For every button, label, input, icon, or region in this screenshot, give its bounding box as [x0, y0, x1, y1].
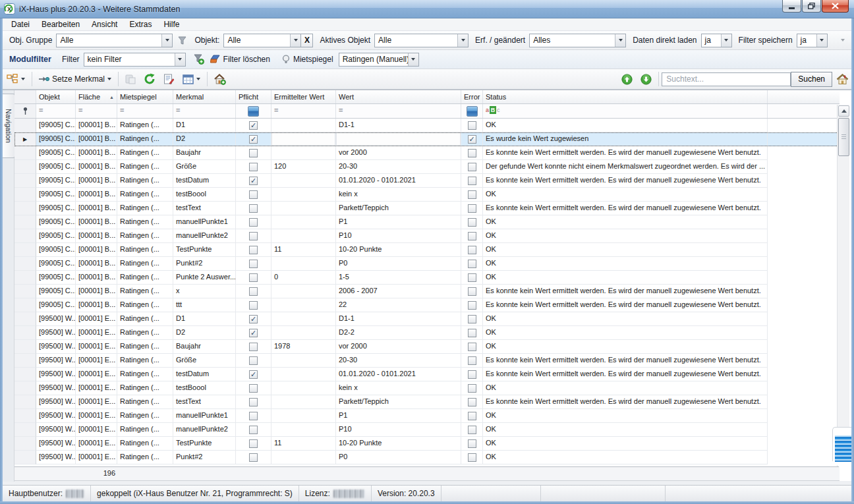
erf-geaendert-combo[interactable]: Alles — [529, 34, 626, 47]
layout-button[interactable] — [179, 72, 204, 86]
checkbox-icon[interactable] — [249, 343, 258, 351]
column-header-wert[interactable]: Wert — [336, 90, 461, 103]
pflicht-checkbox[interactable] — [236, 451, 271, 464]
navigation-tab[interactable]: Navigation — [3, 94, 15, 158]
error-checkbox[interactable] — [461, 243, 483, 257]
navigate-up-button[interactable] — [618, 72, 636, 87]
overflow-chevron-icon[interactable] — [841, 39, 845, 42]
checkbox-icon[interactable] — [249, 398, 258, 406]
filter-error-toggle[interactable] — [461, 104, 483, 118]
error-checkbox[interactable] — [461, 298, 483, 312]
checkbox-icon[interactable] — [249, 301, 258, 310]
checkbox-icon[interactable] — [249, 218, 258, 227]
checkbox-icon[interactable] — [249, 453, 258, 462]
error-checkbox[interactable] — [461, 257, 483, 271]
error-checkbox[interactable] — [461, 146, 483, 160]
checkbox-icon[interactable] — [249, 370, 258, 379]
checkbox-icon[interactable] — [249, 287, 258, 296]
checkbox-icon[interactable] — [468, 149, 476, 157]
filter-ermittelter-wert[interactable]: = — [271, 104, 336, 118]
pflicht-checkbox[interactable] — [236, 146, 271, 160]
pflicht-checkbox[interactable] — [236, 215, 271, 229]
pflicht-checkbox[interactable] — [236, 257, 271, 271]
menu-hilfe[interactable]: Hilfe — [157, 18, 185, 30]
error-checkbox[interactable] — [461, 215, 483, 229]
error-checkbox[interactable] — [461, 188, 483, 202]
error-checkbox[interactable] — [461, 229, 483, 243]
restore-button[interactable] — [802, 0, 821, 13]
eraser-icon[interactable] — [210, 55, 221, 64]
error-checkbox[interactable] — [461, 354, 483, 368]
column-header-status[interactable]: Status — [483, 90, 768, 103]
checkbox-icon[interactable] — [249, 384, 258, 393]
checkbox-icon[interactable] — [468, 384, 476, 393]
checkbox-icon[interactable] — [468, 426, 476, 434]
close-button[interactable] — [822, 0, 849, 13]
table-row[interactable]: [99005] C...[00001] B...Ratingen (...Pun… — [14, 271, 840, 285]
error-checkbox[interactable] — [461, 423, 483, 437]
checkbox-icon[interactable] — [249, 246, 258, 254]
checkbox-icon[interactable] — [249, 412, 258, 420]
table-row[interactable]: ▶[99005] C...[00001] B...Ratingen (...D2… — [14, 132, 840, 146]
pflicht-checkbox[interactable] — [236, 174, 271, 188]
navigate-down-button[interactable] — [637, 72, 655, 87]
checkbox-icon[interactable] — [249, 356, 258, 365]
pflicht-checkbox[interactable] — [236, 243, 271, 257]
minimize-button[interactable] — [782, 0, 801, 13]
table-row[interactable]: [99500] W...[00001] E...Ratingen (...tes… — [14, 395, 840, 409]
pflicht-checkbox[interactable] — [236, 437, 271, 451]
error-checkbox[interactable] — [461, 437, 483, 451]
checkbox-icon[interactable] — [468, 246, 476, 254]
checkbox-icon[interactable] — [468, 343, 476, 351]
checkbox-icon[interactable] — [249, 163, 258, 171]
table-row[interactable]: [99005] C...[00001] B...Ratingen (...Grö… — [14, 160, 840, 174]
search-input[interactable] — [662, 72, 791, 86]
pflicht-checkbox[interactable] — [236, 160, 271, 174]
table-row[interactable]: [99005] C...[00001] B...Ratingen (...Bau… — [14, 146, 840, 160]
checkbox-icon[interactable] — [468, 370, 476, 379]
pflicht-checkbox[interactable] — [236, 202, 271, 215]
obj-gruppe-combo[interactable]: Alle — [56, 34, 173, 47]
checkbox-icon[interactable] — [468, 218, 476, 227]
checkbox-icon[interactable] — [468, 232, 476, 240]
pflicht-checkbox[interactable] — [236, 119, 271, 132]
table-row[interactable]: [99005] C...[00001] B...Ratingen (...man… — [14, 215, 840, 229]
error-checkbox[interactable] — [461, 312, 483, 326]
column-header-pflicht[interactable]: Pflicht — [236, 90, 271, 103]
column-header-merkmal[interactable]: Merkmal — [173, 90, 236, 103]
column-header-ermittelter-wert[interactable]: Ermittelter Wert — [271, 90, 336, 103]
pflicht-checkbox[interactable] — [236, 381, 271, 395]
protocol-button[interactable] — [160, 72, 178, 87]
filter-mietspiegel[interactable]: = — [117, 104, 173, 118]
checkbox-icon[interactable] — [468, 315, 476, 323]
checkbox-icon[interactable] — [249, 315, 258, 323]
setze-merkmal-button[interactable]: Setze Merkmal — [36, 72, 115, 86]
scroll-up-button[interactable] — [838, 105, 849, 117]
filter-combo[interactable]: kein Filter — [84, 53, 186, 67]
table-row[interactable]: [99500] W...[00001] E...Ratingen (...Grö… — [14, 354, 840, 368]
error-checkbox[interactable] — [461, 326, 483, 340]
menu-extras[interactable]: Extras — [123, 18, 157, 30]
column-header-error[interactable]: Error — [461, 90, 483, 103]
pflicht-checkbox[interactable] — [236, 312, 271, 326]
error-checkbox[interactable] — [461, 271, 483, 285]
error-checkbox[interactable] — [461, 285, 483, 298]
filter-status[interactable]: aBc — [483, 104, 768, 118]
error-checkbox[interactable] — [461, 202, 483, 215]
table-row[interactable]: [99500] W...[00001] E...Ratingen (...D2D… — [14, 326, 840, 340]
checkbox-icon[interactable] — [249, 232, 258, 240]
table-row[interactable]: [99500] W...[00001] E...Ratingen (...D1D… — [14, 312, 840, 326]
mietspiegel-combo[interactable]: Ratingen (Manuell) — [339, 53, 419, 67]
table-row[interactable]: [99005] C...[00001] B...Ratingen (...x20… — [14, 285, 840, 298]
objekt-combo[interactable]: Alle — [223, 34, 301, 47]
table-row[interactable]: [99005] C...[00001] B...Ratingen (...tes… — [14, 188, 840, 202]
error-checkbox[interactable] — [461, 409, 483, 423]
table-row[interactable]: [99500] W...[00001] E...Ratingen (...Bau… — [14, 340, 840, 354]
daten-direkt-laden-combo[interactable]: ja — [701, 34, 732, 47]
checkbox-icon[interactable] — [249, 149, 258, 157]
pflicht-checkbox[interactable] — [236, 132, 271, 146]
pflicht-checkbox[interactable] — [236, 298, 271, 312]
home-icon[interactable] — [836, 74, 849, 85]
column-header-objekt[interactable]: Objekt — [36, 90, 76, 103]
table-row[interactable]: [99005] C...[00001] B...Ratingen (...man… — [14, 229, 840, 243]
